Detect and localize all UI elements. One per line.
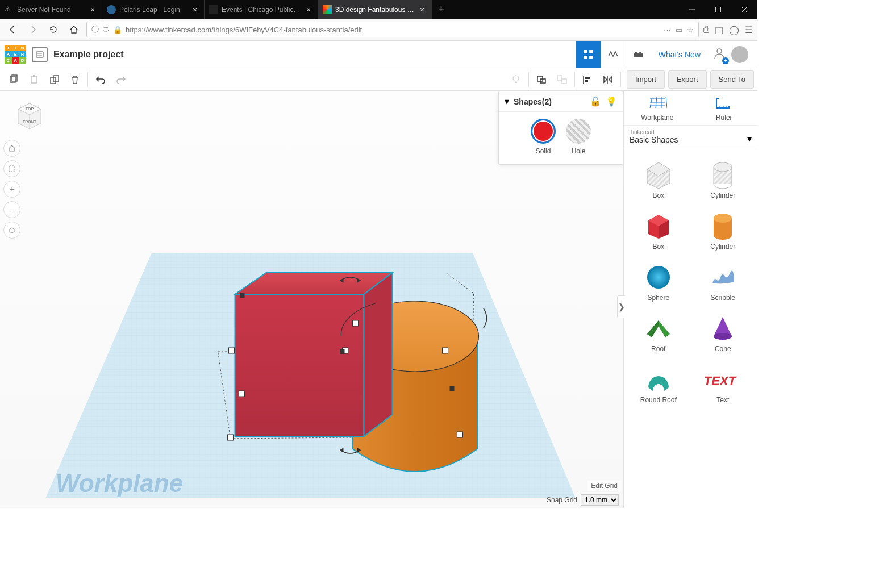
ungroup-button[interactable] xyxy=(552,69,572,90)
hint-button[interactable] xyxy=(506,69,526,90)
tab-title: 3D design Fantabulous Stantia xyxy=(335,6,415,14)
chevron-down-icon: ▾ xyxy=(747,134,752,144)
close-button[interactable] xyxy=(731,0,757,19)
blocks-button[interactable] xyxy=(601,41,626,68)
edit-grid-button[interactable]: Edit Grid xyxy=(588,481,621,491)
shape-box-red[interactable]: Box xyxy=(626,204,691,255)
zoom-in-button[interactable]: + xyxy=(3,181,20,198)
fit-view-button[interactable] xyxy=(3,160,20,177)
grid-view-button[interactable] xyxy=(576,41,601,68)
back-button[interactable] xyxy=(5,22,20,37)
window-controls xyxy=(679,0,757,19)
import-button[interactable]: Import xyxy=(627,70,665,89)
svg-rect-37 xyxy=(353,320,359,326)
browser-tab-active[interactable]: 3D design Fantabulous Stantia × xyxy=(318,0,432,19)
shape-text[interactable]: TEXT Text xyxy=(691,357,756,408)
forward-button[interactable] xyxy=(25,22,41,37)
svg-marker-76 xyxy=(647,320,659,337)
view-cube[interactable]: TOP FRONT xyxy=(13,98,47,132)
user-avatar[interactable] xyxy=(731,46,748,63)
snap-grid-control: Snap Grid 1.0 mm xyxy=(547,494,619,506)
shape-sphere[interactable]: Sphere xyxy=(626,255,691,306)
reload-button[interactable] xyxy=(45,22,61,37)
align-button[interactable] xyxy=(577,69,598,90)
add-user-icon[interactable]: + xyxy=(713,46,728,63)
svg-point-73 xyxy=(714,214,732,223)
collapse-icon[interactable]: ▾ xyxy=(505,96,509,107)
info-icon[interactable]: ⓘ xyxy=(91,24,99,35)
shape-scribble[interactable]: Scribble xyxy=(691,255,756,306)
home-button[interactable] xyxy=(66,22,82,37)
maximize-button[interactable] xyxy=(705,0,731,19)
ortho-button[interactable] xyxy=(3,222,20,239)
close-icon[interactable]: × xyxy=(418,5,427,14)
toolbar: Import Export Send To xyxy=(0,68,757,91)
new-tab-button[interactable]: + xyxy=(432,0,451,19)
svg-rect-38 xyxy=(228,435,234,440)
svg-marker-32 xyxy=(364,273,393,436)
shape-roof[interactable]: Roof xyxy=(626,306,691,357)
copy-button[interactable] xyxy=(3,69,24,90)
close-icon[interactable]: × xyxy=(304,5,313,14)
bricks-button[interactable] xyxy=(626,41,651,68)
shape-box-striped[interactable]: Box xyxy=(626,153,691,204)
home-view-button[interactable] xyxy=(3,140,20,157)
group-button[interactable] xyxy=(531,69,552,90)
svg-rect-8 xyxy=(589,50,593,53)
delete-button[interactable] xyxy=(65,69,85,90)
solid-swatch[interactable]: Solid xyxy=(531,119,556,155)
browser-tab[interactable]: Polaris Leap - Login × xyxy=(102,0,205,19)
menu-icon[interactable]: ☰ xyxy=(745,24,753,35)
panel-collapse-handle[interactable]: ❯ xyxy=(617,295,625,318)
duplicate-button[interactable] xyxy=(44,69,65,90)
url-input[interactable]: ⓘ 🛡 🔒 https://www.tinkercad.com/things/6… xyxy=(86,22,699,37)
send-to-button[interactable]: Send To xyxy=(710,70,754,89)
lock-icon[interactable]: 🔓 xyxy=(590,96,601,107)
minimize-button[interactable] xyxy=(679,0,705,19)
undo-button[interactable] xyxy=(90,69,111,90)
mirror-button[interactable] xyxy=(598,69,618,90)
export-button[interactable]: Export xyxy=(668,70,707,89)
shape-round-roof[interactable]: Round Roof xyxy=(626,357,691,408)
lock-icon: 🔒 xyxy=(113,26,122,34)
svg-marker-53 xyxy=(10,228,14,233)
project-name[interactable]: Example project xyxy=(53,49,124,60)
svg-rect-41 xyxy=(340,349,345,354)
library-icon[interactable]: ⎙ xyxy=(703,24,709,35)
warning-icon: ⚠ xyxy=(5,5,14,14)
snap-grid-select[interactable]: 1.0 mm xyxy=(581,494,619,506)
shape-cylinder-striped[interactable]: Cylinder xyxy=(691,153,756,204)
close-icon[interactable]: × xyxy=(88,5,97,14)
shield-icon[interactable]: 🛡 xyxy=(102,26,110,34)
shapes-panel: ❯ Workplane Ruler Tinkercad Basic Shapes… xyxy=(623,91,757,508)
zoom-out-button[interactable]: − xyxy=(3,201,20,218)
tinkercad-logo[interactable]: TIN KER CAD xyxy=(5,45,26,64)
more-icon[interactable]: ⋯ xyxy=(664,26,671,34)
lightbulb-icon[interactable]: 💡 xyxy=(606,96,617,107)
svg-point-12 xyxy=(635,52,637,54)
hole-swatch[interactable]: Hole xyxy=(566,119,591,155)
reader-icon[interactable]: ▭ xyxy=(676,26,682,34)
browser-tab[interactable]: Events | Chicago Public Library × xyxy=(205,0,318,19)
canvas[interactable]: TOP FRONT + − Workplane Edit Grid Snap G… xyxy=(0,91,623,508)
workplane-tool[interactable]: Workplane xyxy=(624,91,691,125)
shape-cone[interactable]: Cone xyxy=(691,306,756,357)
shapes-grid: Box Cylinder Box Cylinder xyxy=(624,148,757,508)
ruler-tool[interactable]: Ruler xyxy=(691,91,758,125)
redo-button[interactable] xyxy=(111,69,131,90)
svg-rect-40 xyxy=(240,293,245,298)
shape-library-dropdown[interactable]: Tinkercad Basic Shapes ▾ xyxy=(624,126,757,148)
close-icon[interactable]: × xyxy=(190,5,199,14)
shape-cylinder-orange[interactable]: Cylinder xyxy=(691,204,756,255)
sidebar-icon[interactable]: ◫ xyxy=(715,24,723,35)
whats-new-link[interactable]: What's New xyxy=(651,41,709,68)
svg-point-77 xyxy=(714,333,732,340)
svg-rect-7 xyxy=(584,50,587,53)
workplane-watermark: Workplane xyxy=(56,469,183,498)
project-icon[interactable] xyxy=(32,47,48,62)
bookmark-icon[interactable]: ☆ xyxy=(687,26,694,34)
svg-point-13 xyxy=(639,52,641,54)
browser-tab[interactable]: ⚠ Server Not Found × xyxy=(0,0,102,19)
paste-button[interactable] xyxy=(24,69,44,90)
account-icon[interactable]: ◯ xyxy=(729,24,739,35)
